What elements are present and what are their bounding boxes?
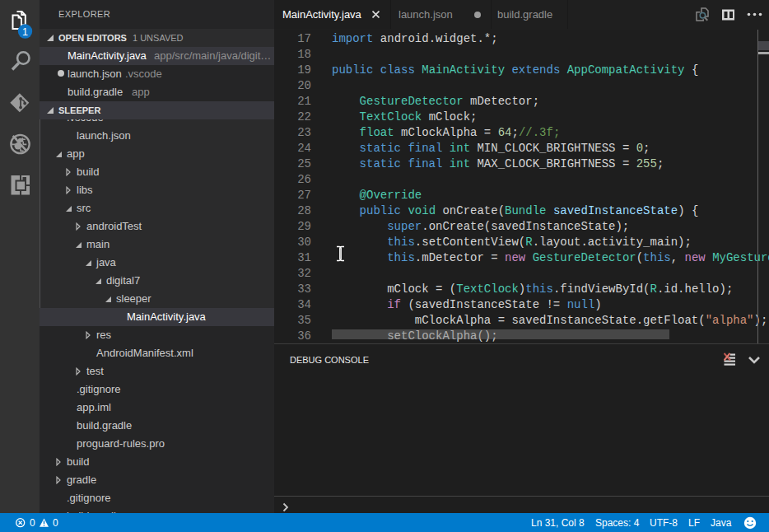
svg-text:1: 1 [22, 26, 28, 38]
